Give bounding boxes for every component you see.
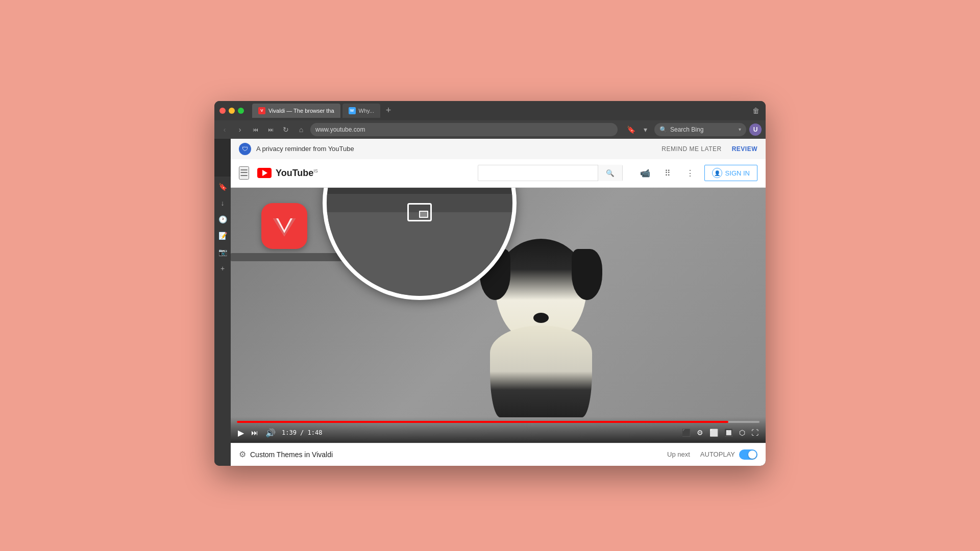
miniplayer-button[interactable]: 🔲 (723, 428, 734, 438)
sidebar-add-icon[interactable]: + (216, 262, 229, 274)
tab-title-why: Why... (359, 108, 374, 114)
new-tab-button[interactable]: + (382, 105, 395, 117)
autoplay-label: AUTOPLAY (700, 450, 735, 458)
yt-sign-in-text: SIGN IN (725, 169, 750, 177)
video-controls: ▶ ⏭ 🔊 1:39 / 1:48 ⬛ ⚙ ⬜ 🔲 ⬡ ⛶ (231, 417, 766, 443)
progress-bar[interactable] (237, 421, 760, 423)
youtube-search-bar[interactable]: 🔍 (478, 165, 622, 181)
address-bar-right: 🔖 ▾ (625, 123, 651, 136)
address-text: www.youtube.com (315, 126, 612, 133)
privacy-text: A privacy reminder from YouTube (256, 145, 656, 153)
review-button[interactable]: REVIEW (732, 145, 757, 153)
shelf (231, 253, 343, 261)
sidebar-snapshot-icon[interactable]: 📷 (216, 246, 229, 258)
skip-back-button[interactable]: ⏮ (249, 123, 261, 136)
progress-fill (237, 421, 728, 423)
youtube-search-input[interactable] (478, 165, 597, 181)
forward-button[interactable]: › (234, 123, 246, 136)
pip-icon-container (407, 203, 432, 221)
sidebar-bookmark-icon[interactable]: 🔖 (216, 181, 229, 193)
home-button[interactable]: ⌂ (295, 123, 307, 136)
video-info-bar: ⚙ Custom Themes in Vivaldi Up next AUTOP… (231, 443, 766, 466)
search-text: Search Bing (670, 126, 736, 133)
video-settings-gear-icon[interactable]: ⚙ (239, 449, 246, 459)
settings-button[interactable]: ⚙ (696, 428, 704, 438)
address-bar[interactable]: www.youtube.com (310, 123, 618, 136)
video-player[interactable]: ▶ ⏭ 🔊 1:39 / 1:48 ⬛ ⚙ ⬜ 🔲 ⬡ ⛶ (231, 188, 766, 443)
play-button[interactable]: ▶ (237, 427, 245, 439)
remind-later-button[interactable]: REMIND ME LATER (662, 145, 721, 153)
tab-why[interactable]: W Why... (342, 104, 380, 118)
tab-bar: V Vivaldi — The browser tha W Why... + (252, 104, 748, 118)
left-sidebar: 🔖 ↓ 🕐 📝 📷 + (214, 177, 231, 466)
trash-icon[interactable]: 🗑 (752, 107, 761, 115)
fullscreen-button[interactable]: ⛶ (750, 428, 760, 438)
back-button[interactable]: ‹ (218, 123, 231, 136)
sidebar-download-icon[interactable]: ↓ (216, 197, 229, 209)
close-button[interactable] (219, 108, 226, 114)
theatre-button[interactable]: ⬡ (738, 428, 746, 438)
toggle-knob (748, 450, 756, 459)
pip-inner-box (419, 211, 428, 218)
tab-vivaldi[interactable]: V Vivaldi — The browser tha (252, 104, 340, 118)
youtube-logo-text: YouTubeIS (276, 168, 318, 179)
up-next-text: Up next (667, 450, 690, 458)
search-bar[interactable]: 🔍 Search Bing ▾ (654, 123, 746, 136)
tab-favicon-why: W (349, 107, 356, 114)
yt-sign-in-icon: 👤 (712, 168, 722, 178)
next-button[interactable]: ⏭ (250, 428, 259, 438)
youtube-header-right: 📹 ⠿ ⋮ 👤 SIGN IN (637, 165, 757, 181)
autoplay-toggle[interactable] (739, 449, 757, 460)
privacy-actions: REMIND ME LATER REVIEW (662, 145, 757, 153)
youtube-play-triangle (262, 170, 267, 176)
vivaldi-icon (261, 203, 307, 249)
subtitles-button[interactable]: ⬛ (681, 428, 692, 438)
skip-forward-button[interactable]: ⏭ (264, 123, 277, 136)
yt-more-button[interactable]: ⋮ (682, 165, 698, 181)
sidebar-history-icon[interactable]: 🕐 (216, 213, 229, 226)
time-display: 1:39 / 1:48 (282, 429, 322, 436)
youtube-logo[interactable]: YouTubeIS (257, 168, 318, 179)
privacy-shield-icon: 🛡 (239, 143, 251, 155)
yt-create-button[interactable]: 📹 (637, 165, 653, 181)
maximize-button[interactable] (238, 108, 244, 114)
title-bar: V Vivaldi — The browser tha W Why... + 🗑 (214, 101, 766, 120)
volume-button[interactable]: 🔊 (264, 427, 277, 439)
search-icon: 🔍 (659, 126, 667, 133)
user-avatar[interactable]: U (749, 123, 762, 136)
yt-sign-in-button[interactable]: 👤 SIGN IN (704, 165, 757, 181)
minimize-button[interactable] (229, 108, 235, 114)
yt-apps-button[interactable]: ⠿ (659, 165, 676, 181)
search-dropdown-icon[interactable]: ▾ (739, 127, 741, 132)
bookmark-dropdown[interactable]: ▾ (639, 123, 651, 136)
tab-favicon-vivaldi: V (258, 107, 265, 114)
pip-icon (407, 203, 432, 221)
controls-right: ⬛ ⚙ ⬜ 🔲 ⬡ ⛶ (681, 428, 760, 438)
browser-window: V Vivaldi — The browser tha W Why... + 🗑… (214, 101, 766, 466)
youtube-logo-icon (257, 168, 272, 178)
video-right: Up next AUTOPLAY (667, 449, 757, 460)
tab-title-vivaldi: Vivaldi — The browser tha (268, 108, 334, 114)
video-title-area: ⚙ Custom Themes in Vivaldi (239, 449, 333, 459)
title-bar-right: 🗑 (752, 107, 761, 115)
window-controls (219, 108, 244, 114)
youtube-header: ☰ YouTubeIS 🔍 📹 ⠿ ⋮ 👤 (231, 159, 766, 188)
bookmark-btn[interactable]: 🔖 (625, 123, 637, 136)
privacy-banner: 🛡 A privacy reminder from YouTube REMIND… (231, 139, 766, 159)
reload-button[interactable]: ↻ (280, 123, 292, 136)
nav-bar: ‹ › ⏮ ⏭ ↻ ⌂ www.youtube.com 🔖 ▾ 🔍 Search… (214, 120, 766, 139)
controls-row: ▶ ⏭ 🔊 1:39 / 1:48 ⬛ ⚙ ⬜ 🔲 ⬡ ⛶ (237, 427, 760, 439)
sidebar-notes-icon[interactable]: 📝 (216, 230, 229, 242)
autoplay-section: AUTOPLAY (700, 449, 757, 460)
video-title: Custom Themes in Vivaldi (250, 450, 333, 459)
content-wrapper: 🔖 ↓ 🕐 📝 📷 + 🛡 A privacy reminder from Yo… (214, 139, 766, 466)
yt-menu-button[interactable]: ☰ (239, 166, 249, 180)
youtube-search-button[interactable]: 🔍 (598, 165, 622, 181)
pip-button[interactable]: ⬜ (708, 428, 719, 438)
